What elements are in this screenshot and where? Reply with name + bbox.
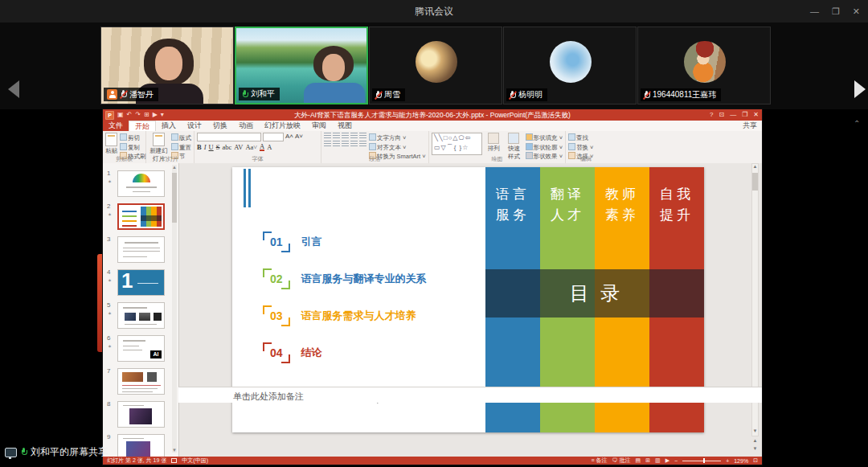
slide-sorter-icon[interactable]: ⊞ <box>645 457 650 464</box>
align-text-button[interactable]: 对齐文本 ˅ <box>369 143 426 151</box>
reading-view-icon[interactable]: ▥ <box>655 457 661 464</box>
slide-thumbnail-8[interactable] <box>117 401 165 428</box>
print-preview-icon[interactable]: ⊞ <box>144 109 149 121</box>
participant-tile[interactable]: 杨明明 <box>503 27 637 104</box>
participant-tile[interactable]: 潘智丹 <box>100 27 234 104</box>
reset-button[interactable]: 重置 <box>171 143 191 151</box>
share-button[interactable]: 共享 <box>743 121 757 131</box>
tab-review[interactable]: 审阅 <box>306 121 332 131</box>
char-spacing-icon[interactable]: AV <box>234 143 243 151</box>
arrange-button[interactable]: 排列 <box>485 133 502 153</box>
ppt-logo-icon[interactable]: P <box>105 111 114 120</box>
align-center-icon[interactable] <box>333 141 340 147</box>
slide-thumbnail-1[interactable] <box>117 170 165 197</box>
bold-button[interactable]: B <box>197 143 202 151</box>
next-slide-icon[interactable]: ▼ <box>751 446 759 451</box>
scroll-left-icon[interactable] <box>8 80 19 98</box>
notes-toggle[interactable]: ≡ 备注 <box>592 457 608 465</box>
strikethrough-button[interactable]: S <box>216 143 220 151</box>
grow-font-icon[interactable]: A˄ <box>285 133 293 141</box>
columns-icon[interactable] <box>359 141 366 147</box>
align-left-icon[interactable] <box>324 141 331 147</box>
tab-transitions[interactable]: 切换 <box>207 121 233 131</box>
qat-dropdown-icon[interactable]: ▾ <box>161 109 164 121</box>
shadow-button[interactable]: abc <box>222 143 231 151</box>
slideshow-icon[interactable]: ▶ <box>153 109 158 121</box>
cut-button[interactable]: 剪切 <box>120 133 146 141</box>
spellcheck-icon[interactable] <box>171 458 177 463</box>
replace-button[interactable]: 替换 ˅ <box>568 143 593 151</box>
font-name-input[interactable] <box>197 133 261 141</box>
numbering-icon[interactable] <box>333 133 340 139</box>
change-case-icon[interactable]: Aa˅ <box>245 143 257 151</box>
underline-button[interactable]: U <box>209 143 214 151</box>
language-status[interactable]: 中文(中国) <box>182 457 208 465</box>
redo-icon[interactable]: ↷ <box>135 109 141 121</box>
shape-outline-button[interactable]: 形状轮廓 ˅ <box>526 143 563 151</box>
collapse-strip-icon[interactable]: ⌃ <box>854 119 860 128</box>
comments-toggle[interactable]: 🗨 批注 <box>612 457 631 465</box>
thumbnail-scrollbar[interactable]: ▲ ▼ <box>172 165 177 453</box>
slide-thumbnail-3[interactable] <box>117 236 165 263</box>
tab-slideshow[interactable]: 幻灯片放映 <box>259 121 306 131</box>
participant-tile[interactable]: 196440811王嘉玮 <box>637 27 771 104</box>
font-color-icon[interactable]: A <box>260 143 264 151</box>
maximize-icon[interactable]: ❐ <box>832 6 840 17</box>
fit-to-window-icon[interactable]: ⊡ <box>753 457 758 464</box>
scroll-right-icon[interactable] <box>854 80 866 98</box>
shape-fill-button[interactable]: 形状填充 ˅ <box>526 133 563 141</box>
slide-thumbnail-4[interactable]: 1 <box>117 269 165 296</box>
line-spacing-icon[interactable] <box>359 133 366 139</box>
bullets-icon[interactable] <box>324 133 331 139</box>
ppt-minimize-icon[interactable]: — <box>730 109 736 121</box>
meeting-sidebar-handle[interactable] <box>97 254 102 352</box>
zoom-out-icon[interactable]: − <box>674 458 678 464</box>
indent-increase-icon[interactable] <box>350 133 358 139</box>
close-icon[interactable]: ✕ <box>853 6 860 17</box>
participant-tile[interactable]: 刘和平 <box>235 27 368 104</box>
normal-view-icon[interactable]: ▤ <box>636 457 641 464</box>
scroll-down-icon[interactable]: ▼ <box>172 448 177 453</box>
copy-button[interactable]: 复制 <box>120 143 146 151</box>
align-right-icon[interactable] <box>342 141 349 147</box>
tab-file[interactable]: 文件 <box>103 121 129 131</box>
slideshow-view-icon[interactable]: ▶ <box>665 457 669 464</box>
scroll-up-icon[interactable]: ▲ <box>172 165 177 170</box>
tab-design[interactable]: 设计 <box>182 121 207 131</box>
scroll-up-icon[interactable]: ▲ <box>751 164 759 169</box>
find-button[interactable]: 查找 <box>568 133 593 141</box>
zoom-level[interactable]: 129% <box>734 458 748 464</box>
justify-icon[interactable] <box>350 141 358 147</box>
slide-thumbnail-5[interactable] <box>117 302 165 329</box>
zoom-in-icon[interactable]: + <box>726 458 729 464</box>
clear-format-icon[interactable]: A <box>267 143 272 151</box>
save-icon[interactable]: ▣ <box>117 109 124 121</box>
ppt-restore-icon[interactable]: ❐ <box>742 109 747 121</box>
tab-view[interactable]: 视图 <box>332 121 358 131</box>
ppt-close-icon[interactable]: ✕ <box>753 109 759 121</box>
help-icon[interactable]: ? <box>710 109 713 121</box>
shapes-gallery[interactable]: ╲╲□○△⬠⇦▭▽⌒{ }☆ <box>432 133 482 155</box>
scroll-down-icon[interactable]: ▼ <box>751 428 759 433</box>
italic-button[interactable]: I <box>204 143 207 151</box>
tab-animations[interactable]: 动画 <box>233 121 259 131</box>
font-size-input[interactable] <box>263 133 284 141</box>
shrink-font-icon[interactable]: A˅ <box>295 133 303 141</box>
slide-thumbnail-2[interactable] <box>117 203 165 230</box>
participant-tile[interactable]: 周雪 <box>369 27 502 104</box>
editor-scrollbar[interactable]: ▲ ▼ ▲ ▼ <box>751 163 759 457</box>
zoom-slider[interactable] <box>682 461 721 461</box>
tab-insert[interactable]: 插入 <box>156 121 182 131</box>
slide-thumbnail-7[interactable] <box>117 368 165 395</box>
indent-decrease-icon[interactable] <box>342 133 349 139</box>
undo-icon[interactable]: ↶ <box>127 109 133 121</box>
text-direction-button[interactable]: 文字方向 ˅ <box>369 133 426 141</box>
notes-pane[interactable]: 单击此处添加备注 <box>178 387 762 403</box>
ribbon-options-icon[interactable]: ⊡ <box>719 109 724 121</box>
tab-home[interactable]: 开始 <box>129 121 156 131</box>
paste-button[interactable]: 粘贴 <box>105 133 117 155</box>
slide-thumbnail-9[interactable] <box>117 434 165 457</box>
minimize-icon[interactable]: — <box>810 6 819 16</box>
layout-button[interactable]: 版式 <box>171 133 191 141</box>
slide-thumbnail-6[interactable]: AI <box>117 335 165 362</box>
